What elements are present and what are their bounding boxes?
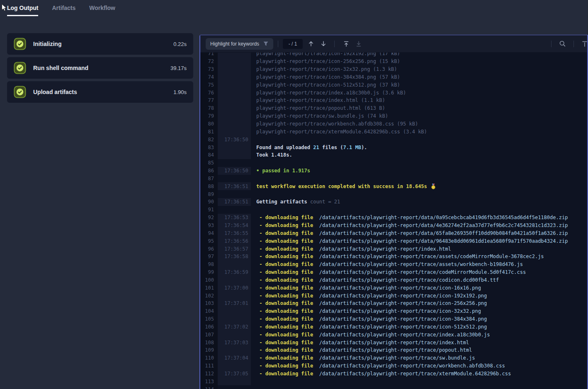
line-number: 105 [200, 316, 218, 322]
log-text: - downloading file /data/artifacts/playw… [251, 246, 451, 252]
log-segment: playwright-report/trace/icon-512x512.png… [256, 82, 400, 88]
log-segment: /data/artifacts/playwright-report/trace/… [313, 269, 526, 275]
success-check-icon [14, 38, 26, 50]
line-number: 101 [200, 285, 218, 291]
line-number: 108 [200, 340, 218, 346]
log-lines: 71playwright-report/trace/icon-192x192.p… [200, 53, 587, 389]
clipped-icon-button[interactable] [581, 41, 588, 47]
line-number: 98 [200, 261, 218, 267]
toolbar-divider [551, 41, 552, 47]
log-text: - downloading file /data/artifacts/playw… [251, 277, 499, 283]
log-row: 113 [200, 377, 587, 385]
timestamp [218, 315, 251, 323]
log-segment: /data/artifacts/playwright-report/data/9… [313, 238, 568, 244]
timestamp [218, 346, 251, 354]
line-number: 86 [200, 168, 218, 174]
log-row: 84Took 1.418s. [200, 151, 587, 159]
line-number: 95 [200, 238, 218, 244]
search-icon [559, 40, 566, 47]
scroll-to-top-icon [343, 41, 350, 47]
funnel-icon [263, 41, 269, 46]
next-match-button[interactable] [320, 40, 327, 47]
log-segment: - downloading file [256, 308, 313, 314]
timestamp [218, 104, 251, 112]
log-segment: /data/artifacts/playwright-report/trace/… [313, 316, 487, 322]
log-segment: /data/artifacts/playwright-report/index.… [313, 246, 451, 252]
log-row: 9917:36:59 - downloading file /data/arti… [200, 268, 587, 276]
line-number: 85 [200, 160, 218, 166]
scroll-to-top-button[interactable] [343, 41, 350, 47]
step-card-initializing[interactable]: Initializing0.22s [7, 33, 193, 55]
step-card-run-shell-command[interactable]: Run shell command39.17s [7, 57, 193, 79]
line-number: 82 [200, 137, 218, 143]
line-number: 90 [200, 199, 218, 205]
timestamp [218, 65, 251, 73]
timestamp [218, 307, 251, 315]
log-text: Getting artifacts count = 21 [251, 199, 340, 205]
search-button[interactable] [559, 40, 566, 47]
log-text: playwright-report/trace/icon-256x256.png… [251, 58, 400, 64]
timestamp [218, 385, 251, 389]
step-card-upload-artifacts[interactable]: Upload artifacts1.90s [7, 81, 193, 103]
log-text: - downloading file /data/artifacts/playw… [251, 340, 469, 346]
timestamp [218, 331, 251, 338]
timestamp [218, 190, 251, 198]
log-segment: Took 1.418s. [256, 152, 292, 158]
arrow-down-icon [320, 40, 327, 47]
log-row: 75playwright-report/trace/icon-512x512.p… [200, 81, 587, 89]
log-segment: Getting artifacts [256, 199, 310, 205]
log-row: 104 - downloading file /data/artifacts/p… [200, 307, 587, 315]
log-segment: /data/artifacts/playwright-report/trace/… [313, 355, 475, 361]
log-row: 102 - downloading file /data/artifacts/p… [200, 292, 587, 300]
log-text: playwright-report/trace/sw.bundle.js (74… [251, 113, 388, 119]
log-segment: Found and uploaded [256, 145, 313, 150]
line-number: 73 [200, 66, 218, 72]
line-number: 91 [200, 207, 218, 213]
log-row: 8817:36:51test workflow execution comple… [200, 182, 587, 190]
timestamp: 17:36:57 [218, 245, 251, 253]
log-output-area[interactable]: 71playwright-report/trace/icon-192x192.p… [200, 53, 587, 389]
log-segment: test workflow execution completed with s… [256, 184, 430, 189]
timestamp [218, 151, 251, 159]
timestamp: 17:36:53 [218, 214, 251, 222]
line-number: 104 [200, 308, 218, 314]
log-text: - downloading file /data/artifacts/playw… [251, 238, 568, 244]
highlight-keywords-button[interactable]: Highlight for keywords [206, 38, 273, 50]
tab-log-output[interactable]: Log Output [7, 0, 38, 16]
tab-workflow[interactable]: Workflow [89, 0, 115, 16]
timestamp [218, 276, 251, 284]
log-text: playwright-report/trace/workbench.abfdb3… [251, 121, 418, 127]
scroll-to-bottom-button[interactable] [355, 41, 362, 47]
log-segment: playwright-report/trace/icon-256x256.png… [256, 58, 400, 64]
log-segment: playwright-report/trace/sw.bundle.js (74… [256, 113, 388, 119]
timestamp: 17:36:51 [218, 182, 251, 190]
previous-match-button[interactable] [308, 40, 314, 47]
log-row: 8617:36:50• passed in 1.917s [200, 167, 587, 175]
log-row: 9717:36:58 - downloading file /data/arti… [200, 253, 587, 261]
log-segment: playwright-report/trace/xtermModule.6428… [256, 129, 427, 135]
timestamp [218, 143, 251, 151]
log-segment: - downloading file [256, 300, 313, 306]
timestamp: 17:37:03 [218, 338, 251, 346]
log-segment: /data/artifacts/playwright-report/data/6… [313, 230, 568, 236]
tab-artifacts[interactable]: Artifacts [52, 0, 75, 16]
log-text: - downloading file /data/artifacts/playw… [251, 269, 526, 275]
line-number: 113 [200, 379, 218, 384]
log-segment: /data/artifacts/playwright-report/trace/… [313, 332, 490, 338]
log-toolbar: Highlight for keywords - / 1 [200, 35, 587, 52]
log-segment: - downloading file [256, 269, 313, 275]
step-duration: 1.90s [173, 89, 187, 95]
log-segment: - downloading file [256, 340, 313, 346]
line-number: 92 [200, 215, 218, 220]
line-number: 83 [200, 145, 218, 150]
log-row: 83Found and uploaded 21 files (7.1 MB). [200, 143, 587, 151]
log-row: 105 - downloading file /data/artifacts/p… [200, 315, 587, 323]
line-number: 96 [200, 246, 218, 252]
tab-bar: Log OutputArtifactsWorkflow [0, 0, 588, 19]
line-number: 106 [200, 324, 218, 330]
line-number: 87 [200, 176, 218, 181]
log-row: 10317:37:01 - downloading file /data/art… [200, 300, 587, 307]
log-text: • passed in 1.917s [251, 168, 310, 174]
log-segment: /data/artifacts/playwright-report/trace/… [313, 324, 487, 330]
log-segment: - downloading file [256, 363, 313, 369]
